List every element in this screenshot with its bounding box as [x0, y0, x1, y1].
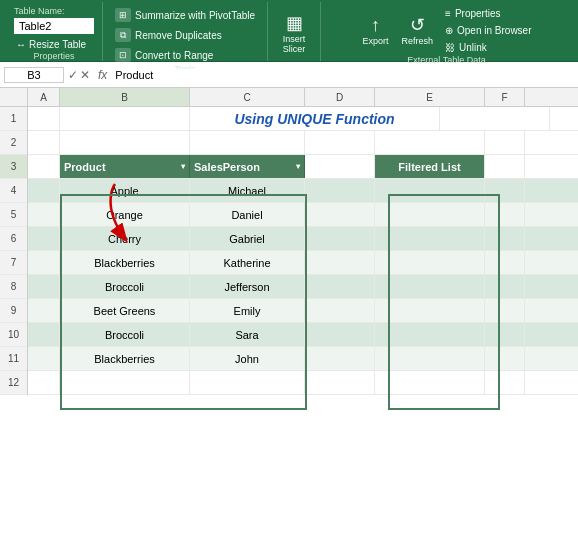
salesperson-dropdown-arrow[interactable]: ▾ [296, 162, 300, 171]
column-headers: A B C D E F [0, 88, 578, 107]
grid-row-6: Cherry Gabriel [28, 227, 578, 251]
remove-duplicates-button[interactable]: ⧉ Remove Duplicates [111, 26, 259, 44]
cell-e11[interactable] [375, 347, 485, 370]
remove-duplicates-label: Remove Duplicates [135, 30, 222, 41]
cell-d3[interactable] [305, 155, 375, 178]
cell-a6[interactable] [28, 227, 60, 250]
cell-c10[interactable]: Sara [190, 323, 305, 346]
cell-f10[interactable] [485, 323, 525, 346]
cell-e8[interactable] [375, 275, 485, 298]
col-header-b: B [60, 88, 190, 106]
cell-f12[interactable] [485, 371, 525, 394]
check-icon[interactable]: ✓ [68, 68, 78, 82]
cell-c2[interactable] [190, 131, 305, 154]
cell-reference-input[interactable] [4, 67, 64, 83]
properties-button[interactable]: ≡ Properties [441, 6, 535, 21]
product-dropdown-arrow[interactable]: ▾ [181, 162, 185, 171]
cell-d9[interactable] [305, 299, 375, 322]
cell-b11[interactable]: Blackberries [60, 347, 190, 370]
cell-a9[interactable] [28, 299, 60, 322]
cell-d7[interactable] [305, 251, 375, 274]
cell-b12[interactable] [60, 371, 190, 394]
cell-f7[interactable] [485, 251, 525, 274]
cell-f4[interactable] [485, 179, 525, 202]
cell-d2[interactable] [305, 131, 375, 154]
cell-b1[interactable] [60, 107, 190, 130]
cell-d10[interactable] [305, 323, 375, 346]
cell-a10[interactable] [28, 323, 60, 346]
convert-range-button[interactable]: ⊡ Convert to Range [111, 46, 259, 64]
export-button[interactable]: ↑ Export [358, 14, 394, 48]
formula-input[interactable] [115, 69, 574, 81]
cell-c11[interactable]: John [190, 347, 305, 370]
cell-e2[interactable] [375, 131, 485, 154]
cell-c7[interactable]: Katherine [190, 251, 305, 274]
cell-a1[interactable] [28, 107, 60, 130]
cell-e1[interactable] [440, 107, 550, 130]
table-name-input[interactable] [14, 18, 94, 34]
cell-a11[interactable] [28, 347, 60, 370]
cell-d12[interactable] [305, 371, 375, 394]
cell-f3[interactable] [485, 155, 525, 178]
cell-a8[interactable] [28, 275, 60, 298]
cell-a2[interactable] [28, 131, 60, 154]
cell-e7[interactable] [375, 251, 485, 274]
row-num-5: 5 [0, 203, 27, 227]
cell-a3[interactable] [28, 155, 60, 178]
cell-d4[interactable] [305, 179, 375, 202]
row-num-1: 1 [0, 107, 27, 131]
cell-a5[interactable] [28, 203, 60, 226]
summarize-pivot-button[interactable]: ⊞ Summarize with PivotTable [111, 6, 259, 24]
insert-slicer-group: ▦ InsertSlicer [268, 2, 321, 61]
cell-f9[interactable] [485, 299, 525, 322]
cell-b5[interactable]: Orange [60, 203, 190, 226]
cell-c5[interactable]: Daniel [190, 203, 305, 226]
cell-f1[interactable] [550, 107, 578, 130]
cell-e6[interactable] [375, 227, 485, 250]
rows-area: 1 2 3 4 5 6 7 8 9 10 11 12 Using UNIQUE [0, 107, 578, 395]
cell-c9[interactable]: Emily [190, 299, 305, 322]
cell-c12[interactable] [190, 371, 305, 394]
cell-e12[interactable] [375, 371, 485, 394]
cell-b9[interactable]: Beet Greens [60, 299, 190, 322]
cell-a12[interactable] [28, 371, 60, 394]
cell-f6[interactable] [485, 227, 525, 250]
cell-e5[interactable] [375, 203, 485, 226]
cell-a7[interactable] [28, 251, 60, 274]
cell-c1[interactable]: Using UNIQUE Function [190, 107, 440, 130]
cell-e4[interactable] [375, 179, 485, 202]
unlink-button[interactable]: ⛓ Unlink [441, 40, 535, 55]
cell-b7[interactable]: Blackberries [60, 251, 190, 274]
cell-c4[interactable]: Michael [190, 179, 305, 202]
slicer-icon: ▦ [286, 14, 303, 32]
cell-f2[interactable] [485, 131, 525, 154]
cell-b2[interactable] [60, 131, 190, 154]
cell-a4[interactable] [28, 179, 60, 202]
cell-c8[interactable]: Jefferson [190, 275, 305, 298]
insert-slicer-button[interactable]: ▦ InsertSlicer [276, 12, 312, 56]
refresh-button[interactable]: ↺ Refresh [398, 14, 438, 48]
spreadsheet-wrapper: A B C D E F 1 2 3 4 5 6 7 8 9 10 11 12 [0, 88, 578, 395]
cell-d11[interactable] [305, 347, 375, 370]
cell-d6[interactable] [305, 227, 375, 250]
cell-f11[interactable] [485, 347, 525, 370]
cell-c3-header[interactable]: SalesPerson ▾ [190, 155, 305, 178]
cell-b4[interactable]: Apple [60, 179, 190, 202]
cell-b10[interactable]: Broccoli [60, 323, 190, 346]
cell-d5[interactable] [305, 203, 375, 226]
cell-f5[interactable] [485, 203, 525, 226]
cell-e3-filtered-header[interactable]: Filtered List [375, 155, 485, 178]
cell-b6[interactable]: Cherry [60, 227, 190, 250]
open-browser-button[interactable]: ⊕ Open in Browser [441, 23, 535, 38]
grid-row-7: Blackberries Katherine [28, 251, 578, 275]
cell-b3-header[interactable]: Product ▾ [60, 155, 190, 178]
col-header-d: D [305, 88, 375, 106]
cell-b8[interactable]: Broccoli [60, 275, 190, 298]
cell-f8[interactable] [485, 275, 525, 298]
cell-d8[interactable] [305, 275, 375, 298]
cell-c6[interactable]: Gabriel [190, 227, 305, 250]
close-icon[interactable]: ✕ [80, 68, 90, 82]
cell-e10[interactable] [375, 323, 485, 346]
cell-e9[interactable] [375, 299, 485, 322]
resize-table-button[interactable]: ↔ Resize Table [14, 38, 94, 51]
